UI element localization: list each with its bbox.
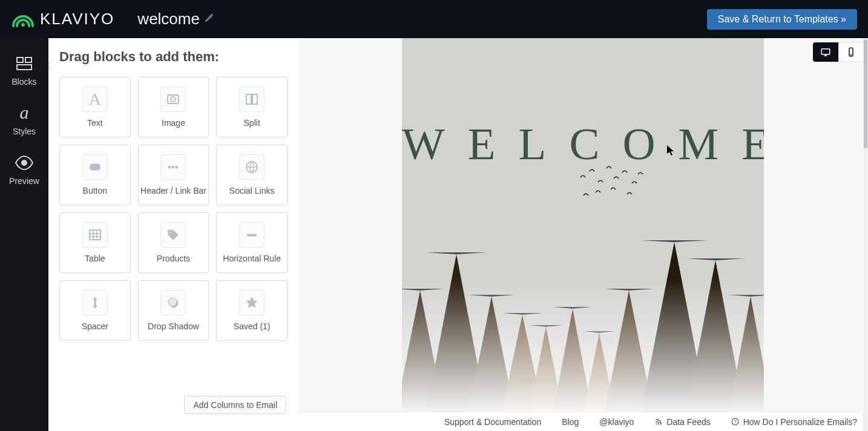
block-table[interactable]: Table [59,212,131,273]
desktop-icon [820,47,831,58]
blocks-panel: Drag blocks to add them: A Text Image Sp… [48,38,298,431]
svg-point-10 [168,166,171,168]
desktop-view-button[interactable] [813,42,838,62]
spacer-icon [88,295,102,310]
block-products-label: Products [157,254,190,263]
social-links-icon [245,160,259,174]
footer-personalize-label: How Do I Personalize Emails? [743,417,857,427]
preview-icon [15,153,34,173]
table-icon [88,228,102,242]
horizontal-rule-icon [245,228,259,242]
svg-point-12 [176,166,178,168]
svg-rect-19 [821,49,830,54]
nav-styles-label: Styles [13,127,36,136]
svg-rect-7 [246,94,251,104]
block-horizontal-rule-label: Horizontal Rule [223,254,281,263]
block-text-label: Text [87,118,103,128]
svg-rect-8 [252,94,257,104]
block-button-label: Button [83,186,107,196]
block-image-label: Image [162,118,185,128]
svg-rect-2 [25,58,31,62]
block-spacer-label: Spacer [82,321,108,331]
image-icon [166,92,180,107]
block-spacer[interactable]: Spacer [59,280,131,341]
saved-icon [245,295,259,310]
footer-support-link[interactable]: Support & Documentation [444,417,541,427]
svg-rect-16 [247,234,257,236]
nav-styles[interactable]: a Styles [13,104,36,136]
nav-preview[interactable]: Preview [9,153,39,186]
block-horizontal-rule[interactable]: Horizontal Rule [216,212,288,273]
device-preview-toggle [813,42,864,62]
svg-point-0 [21,23,25,27]
left-sidebar: Blocks a Styles Preview [0,38,48,431]
footer-personalize-link[interactable]: ? How Do I Personalize Emails? [731,417,857,427]
panel-heading: Drag blocks to add them: [59,49,292,65]
block-saved-label: Saved (1) [234,321,271,331]
svg-text:?: ? [734,419,737,424]
nav-preview-label: Preview [9,176,39,186]
brand-text: KLAVIYO [40,10,114,28]
footer-twitter-link[interactable]: @klaviyo [599,417,634,427]
svg-point-22 [656,423,657,424]
block-split-label: Split [244,118,260,128]
mobile-icon [846,47,856,58]
block-button[interactable]: Button [59,145,131,205]
svg-point-15 [170,232,172,234]
help-icon: ? [731,418,740,426]
edit-title-icon[interactable] [205,13,214,25]
footer-bar: Support & Documentation Blog @klaviyo Da… [298,412,868,431]
email-preview[interactable]: WELCOME [402,38,764,412]
text-icon: A [89,90,101,109]
svg-rect-3 [17,65,31,70]
block-header-link-bar-label: Header / Link Bar [140,186,206,196]
nav-blocks-label: Blocks [12,77,36,87]
template-title: welcome [137,10,200,28]
split-icon [245,92,259,107]
footer-blog-link[interactable]: Blog [562,417,579,427]
panel-pointer-icon [48,59,54,71]
rss-icon [654,418,663,426]
klaviyo-mark-icon [11,10,35,28]
svg-point-6 [171,97,176,102]
block-products[interactable]: Products [138,212,209,273]
block-header-link-bar[interactable]: Header / Link Bar [138,145,209,205]
editor-canvas[interactable]: WELCOME [298,38,868,431]
mobile-view-button[interactable] [838,42,864,62]
products-icon [166,228,180,242]
block-image[interactable]: Image [138,77,209,137]
svg-point-21 [850,54,852,56]
block-drop-shadow[interactable]: Drop Shadow [138,280,209,341]
block-saved[interactable]: Saved (1) [216,280,288,341]
block-text[interactable]: A Text [59,77,131,137]
svg-rect-9 [90,164,100,170]
scrollbar[interactable] [863,38,868,431]
svg-rect-1 [17,58,23,62]
birds-illustration [577,159,650,214]
svg-point-4 [21,160,27,166]
blocks-icon [15,54,34,73]
forest-illustration [402,224,764,412]
footer-data-feeds-link[interactable]: Data Feeds [654,417,710,427]
block-split[interactable]: Split [216,77,288,137]
footer-data-feeds-label: Data Feeds [666,417,710,427]
block-drop-shadow-label: Drop Shadow [148,321,199,331]
nav-blocks[interactable]: Blocks [12,54,36,87]
svg-point-18 [168,298,177,306]
styles-icon: a [15,104,34,123]
block-social-links-label: Social Links [229,186,275,196]
brand-logo[interactable]: KLAVIYO [11,10,114,28]
svg-point-11 [172,166,174,168]
add-columns-button[interactable]: Add Columns to Email [184,396,286,414]
drop-shadow-icon [166,295,180,310]
header-link-bar-icon [166,160,180,174]
svg-rect-14 [90,230,100,240]
block-social-links[interactable]: Social Links [216,145,288,205]
block-table-label: Table [85,254,105,263]
button-icon [88,160,102,174]
scrollbar-thumb[interactable] [864,39,867,148]
save-return-button[interactable]: Save & Return to Templates » [707,9,857,30]
